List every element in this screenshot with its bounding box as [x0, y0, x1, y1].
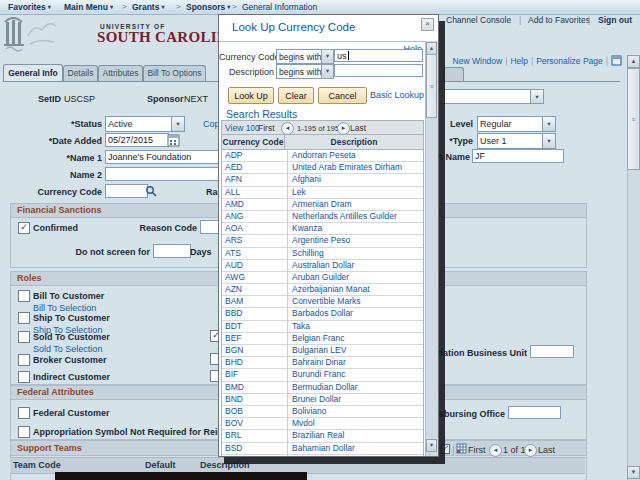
currency-code-link[interactable]: BOV [222, 418, 288, 429]
currency-desc-link[interactable]: Armenian Dram [288, 199, 423, 210]
currency-table-row[interactable]: BSD Bahamian Dollar [222, 443, 423, 455]
new-window-link[interactable]: New Window [453, 56, 503, 66]
currency-desc-link[interactable]: Convertible Marks [288, 296, 423, 307]
basic-lookup-link[interactable]: Basic Lookup [370, 90, 424, 100]
currency-desc-link[interactable]: Schilling [288, 248, 423, 259]
previous-page-icon[interactable]: ◂ [281, 122, 294, 135]
currency-table-row[interactable]: ATS Schilling [222, 248, 423, 260]
next-page-icon[interactable]: ▸ [524, 444, 537, 457]
name2-input[interactable] [105, 167, 223, 181]
currency-desc-link[interactable]: Aruban Guilder [288, 272, 423, 283]
tab-attributes[interactable]: Attributes [98, 65, 143, 81]
results-first-label[interactable]: First [258, 123, 275, 133]
currency-table-row[interactable]: AUD Australian Dollar [222, 260, 423, 272]
currency-desc-link[interactable]: Brunei Dollar [288, 394, 423, 405]
dropdown-arrow-icon[interactable]: ▼ [321, 49, 334, 64]
lookup-magnifier-icon[interactable] [145, 185, 157, 197]
level-select[interactable]: Regular ▼ [477, 116, 556, 132]
previous-page-icon[interactable]: ◂ [489, 444, 502, 457]
currency-table-row[interactable]: BBD Barbados Dollar [222, 308, 423, 320]
currency-desc-link[interactable]: Argentine Peso [288, 235, 423, 246]
currency-table-row[interactable]: BMD Bermudian Dollar [222, 382, 423, 394]
sign-out-link[interactable]: Sign out [598, 15, 632, 25]
currency-operator-select[interactable]: begins with [276, 49, 322, 64]
currency-desc-link[interactable]: Afghani [288, 174, 423, 185]
dropdown-arrow-icon[interactable]: ▼ [542, 134, 555, 148]
currency-code-link[interactable]: BSD [222, 443, 288, 454]
dropdown-arrow-icon[interactable]: ▼ [321, 64, 334, 79]
currency-code-link[interactable]: AFN [222, 174, 288, 185]
currency-desc-link[interactable]: United Arab Emirates Dirham [288, 162, 423, 173]
currency-desc-link[interactable]: Lek [288, 187, 423, 198]
currency-code-link[interactable]: BDT [222, 321, 288, 332]
sold-to-selection-link[interactable]: Sold To Selection [33, 344, 102, 354]
currency-table-row[interactable]: BOV Mvdol [222, 418, 423, 430]
tab-details[interactable]: Details [63, 65, 98, 81]
currency-desc-link[interactable]: Australian Dollar [288, 260, 423, 271]
currency-desc-link[interactable]: Azerbaijanian Manat [288, 284, 423, 295]
currency-code-link[interactable]: ADP [222, 150, 288, 161]
download-grid-icon[interactable] [456, 443, 467, 454]
currency-table-row[interactable]: AOA Kwanza [222, 223, 423, 235]
short-name-input[interactable]: JF [472, 149, 564, 163]
currency-code-link[interactable]: ARS [222, 235, 288, 246]
currency-code-link[interactable]: AUD [222, 260, 288, 271]
currency-table-row[interactable]: BEF Belgian Franc [222, 333, 423, 345]
dropdown-arrow-icon[interactable]: ▼ [530, 90, 543, 103]
currency-table-row[interactable]: AFN Afghani [222, 174, 423, 186]
currency-code-link[interactable]: ALL [222, 187, 288, 198]
dropdown-arrow-icon[interactable]: ▼ [542, 117, 555, 131]
calendar-icon[interactable] [167, 134, 180, 147]
consolidation-business-unit-input[interactable] [530, 345, 574, 358]
ship-to-customer-checkbox[interactable] [18, 312, 30, 324]
confirmed-checkbox[interactable]: ✓ [18, 222, 30, 234]
currency-code-link[interactable]: BBD [222, 308, 288, 319]
currency-desc-link[interactable]: Brazilian Real [288, 430, 423, 441]
currency-code-link[interactable]: ATS [222, 248, 288, 259]
currency-code-link[interactable]: BOB [222, 406, 288, 417]
currency-table-row[interactable]: BTN Ngultrum [222, 455, 423, 456]
indirect-customer-checkbox[interactable] [18, 371, 30, 383]
name1-input[interactable]: Joanne's Foundation [105, 150, 223, 164]
currency-table-row[interactable]: BOB Boliviano [222, 406, 423, 418]
currency-table-row[interactable]: ALL Lek [222, 187, 423, 199]
bill-to-selection-link[interactable]: Bill To Selection [33, 303, 96, 313]
tab-bill-to-options[interactable]: Bill To Options [143, 65, 206, 81]
currency-code-link[interactable]: ANG [222, 211, 288, 222]
sold-to-customer-checkbox[interactable] [18, 331, 30, 343]
currency-table-row[interactable]: AMD Armenian Dram [222, 199, 423, 211]
currency-table-row[interactable]: AWG Aruban Guilder [222, 272, 423, 284]
close-icon[interactable]: × [421, 18, 434, 31]
currency-table-row[interactable]: BHD Bahraini Dinar [222, 357, 423, 369]
currency-code-link[interactable]: BEF [222, 333, 288, 344]
currency-code-link[interactable]: BIF [222, 369, 288, 380]
description-column-header[interactable]: Description [285, 135, 423, 149]
status-select[interactable]: Active ▼ [105, 116, 185, 132]
currency-desc-link[interactable]: Bahraini Dinar [288, 357, 423, 368]
currency-code-link[interactable]: BTN [222, 455, 288, 456]
currency-code-input[interactable] [105, 184, 148, 198]
broker-customer-checkbox[interactable] [18, 354, 30, 366]
scroll-down-icon[interactable]: ▼ [627, 466, 640, 479]
currency-desc-link[interactable]: Bahamian Dollar [288, 443, 423, 454]
currency-table-row[interactable]: AED United Arab Emirates Dirham [222, 162, 423, 174]
date-added-input[interactable]: 05/27/2015 [105, 133, 169, 147]
currency-table-row[interactable]: BIF Burundi Franc [222, 369, 423, 381]
currency-code-link[interactable]: AED [222, 162, 288, 173]
right-top-select[interactable]: ▼ [430, 89, 544, 104]
currency-search-input[interactable]: us [334, 49, 423, 62]
currency-desc-link[interactable]: Bermudian Dollar [288, 382, 423, 393]
description-operator-select[interactable]: begins with [276, 64, 322, 79]
tab-fragment[interactable] [443, 67, 464, 81]
appropriation-checkbox[interactable] [18, 426, 30, 438]
personalize-page-link[interactable]: Personalize Page [536, 56, 603, 66]
cancel-button[interactable]: Cancel [318, 87, 367, 104]
view-100-link[interactable]: View 100 [225, 123, 260, 133]
favorites-menu[interactable]: Favorites▾ [8, 2, 51, 12]
main-menu[interactable]: Main Menu▾ [64, 2, 113, 12]
currency-desc-link[interactable]: Ngultrum [288, 455, 423, 456]
look-up-button[interactable]: Look Up [228, 87, 274, 104]
currency-desc-link[interactable]: Mvdol [288, 418, 423, 429]
currency-code-link[interactable]: AMD [222, 199, 288, 210]
results-last-label[interactable]: Last [350, 123, 366, 133]
